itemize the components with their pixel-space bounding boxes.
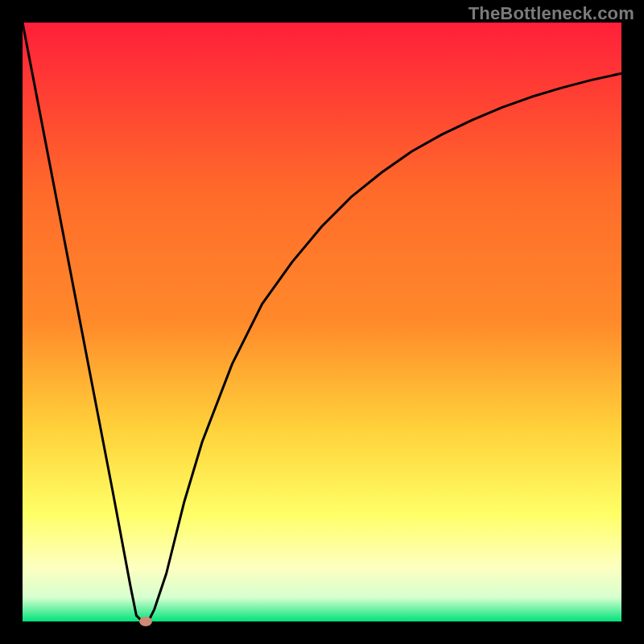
plot-area: [23, 23, 621, 621]
bottleneck-curve: [23, 23, 621, 621]
chart-frame: TheBottleneck.com: [0, 0, 644, 644]
optimal-point-marker: [139, 617, 152, 626]
watermark-text: TheBottleneck.com: [469, 3, 634, 24]
